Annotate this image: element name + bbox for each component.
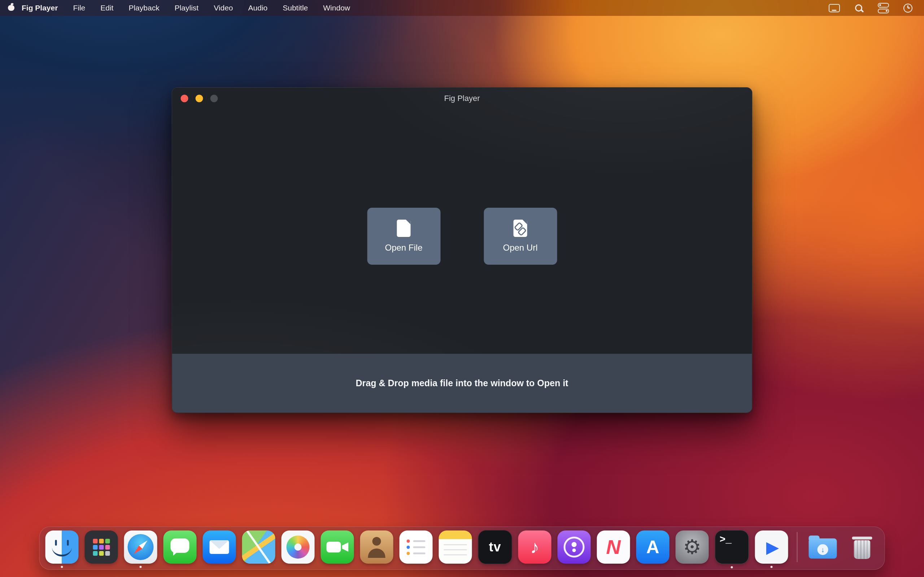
fig-player-icon: ▶ [755, 530, 788, 564]
photos-icon [281, 530, 315, 564]
clock-icon[interactable] [901, 3, 914, 13]
app-store-icon: A [636, 530, 670, 564]
menu-items: FileEditPlaybackPlaylistVideoAudioSubtit… [73, 3, 350, 12]
dock-item-podcasts[interactable] [558, 530, 591, 564]
mail-icon [203, 530, 236, 564]
dock-item-fig-player[interactable]: ▶ [755, 530, 788, 564]
dock-item-system-settings[interactable]: ⚙ [676, 530, 709, 564]
dock-item-reminders[interactable] [399, 530, 433, 564]
notes-icon [439, 530, 472, 564]
dock-item-trash[interactable] [846, 530, 879, 564]
open-url-label: Open Url [503, 243, 538, 253]
document-link-icon [514, 220, 527, 237]
dock-item-app-store[interactable]: A [636, 530, 670, 564]
dock-item-news[interactable]: N [597, 530, 630, 564]
reminders-icon [399, 530, 433, 564]
system-settings-icon: ⚙ [676, 530, 709, 564]
menu-bar: Fig Player FileEditPlaybackPlaylistVideo… [0, 0, 924, 16]
dock-item-photos[interactable] [281, 530, 315, 564]
menu-app-name[interactable]: Fig Player [22, 3, 58, 12]
dock-item-terminal[interactable]: >_ [715, 530, 749, 564]
dock-item-downloads[interactable]: ↓ [806, 530, 840, 564]
minimize-button[interactable] [195, 95, 203, 102]
dock-item-contacts[interactable] [360, 530, 393, 564]
desktop: Fig Player FileEditPlaybackPlaylistVideo… [0, 0, 924, 577]
menu-bar-left: Fig Player FileEditPlaybackPlaylistVideo… [0, 3, 350, 13]
dock-item-mail[interactable] [203, 530, 236, 564]
safari-icon [124, 530, 157, 564]
dock-separator [797, 532, 798, 562]
menu-item-playlist[interactable]: Playlist [175, 3, 199, 12]
music-icon: ♪ [518, 530, 551, 564]
open-file-button[interactable]: Open File [367, 208, 440, 265]
menu-item-playback[interactable]: Playback [129, 3, 159, 12]
open-file-label: Open File [385, 243, 422, 253]
apple-menu[interactable] [8, 3, 15, 13]
zoom-button[interactable] [210, 95, 218, 102]
launchpad-icon [85, 530, 118, 564]
dock-item-messages[interactable] [163, 530, 197, 564]
menu-item-subtitle[interactable]: Subtitle [283, 3, 308, 12]
dock-item-safari[interactable] [124, 530, 157, 564]
spotlight-search-icon[interactable] [853, 3, 865, 13]
finder-icon [45, 530, 79, 564]
trash-icon [846, 530, 879, 564]
control-center-glyph [878, 3, 889, 13]
open-url-button[interactable]: Open Url [484, 208, 557, 265]
dock-item-launchpad[interactable] [85, 530, 118, 564]
menu-item-video[interactable]: Video [214, 3, 233, 12]
podcasts-icon [558, 530, 591, 564]
dock-item-facetime[interactable] [321, 530, 354, 564]
drop-hint-text: Drag & Drop media file into the window t… [356, 378, 569, 388]
maps-icon [242, 530, 275, 564]
dock-item-notes[interactable] [439, 530, 472, 564]
dock-container: tv♪NA⚙>_▶↓ [39, 527, 885, 570]
drop-zone[interactable]: Drag & Drop media file into the window t… [172, 354, 752, 413]
menu-item-file[interactable]: File [73, 3, 85, 12]
clock-icon-glyph [903, 3, 913, 13]
menu-status-icons [828, 3, 924, 13]
news-icon: N [597, 530, 630, 564]
messages-icon [163, 530, 197, 564]
open-actions: Open File Open Url [172, 208, 752, 265]
contacts-icon [360, 530, 393, 564]
display-icon-glyph [829, 4, 840, 12]
running-indicator [140, 566, 142, 568]
search-icon-glyph [855, 4, 862, 11]
document-icon [397, 220, 411, 237]
apple-tv-icon: tv [478, 530, 512, 564]
window-title: Fig Player [444, 94, 480, 103]
running-indicator [731, 566, 733, 568]
dock: tv♪NA⚙>_▶↓ [39, 527, 885, 570]
menu-item-window[interactable]: Window [323, 3, 350, 12]
control-center-icon[interactable] [877, 3, 889, 13]
running-indicator [771, 566, 773, 568]
dock-item-maps[interactable] [242, 530, 275, 564]
traffic-lights [181, 95, 218, 102]
running-indicator [61, 566, 63, 568]
menu-item-audio[interactable]: Audio [248, 3, 268, 12]
terminal-icon: >_ [715, 530, 749, 564]
downloads-icon: ↓ [806, 530, 840, 564]
fig-player-window: Fig Player Open File Open Url Drag & Dro… [172, 87, 753, 413]
close-button[interactable] [181, 95, 188, 102]
display-icon[interactable] [828, 3, 840, 13]
window-titlebar[interactable]: Fig Player [172, 88, 752, 109]
menu-item-edit[interactable]: Edit [100, 3, 113, 12]
dock-item-music[interactable]: ♪ [518, 530, 551, 564]
dock-item-finder[interactable] [45, 530, 79, 564]
apple-icon [8, 3, 15, 11]
dock-item-apple-tv[interactable]: tv [478, 530, 512, 564]
facetime-icon [321, 530, 354, 564]
